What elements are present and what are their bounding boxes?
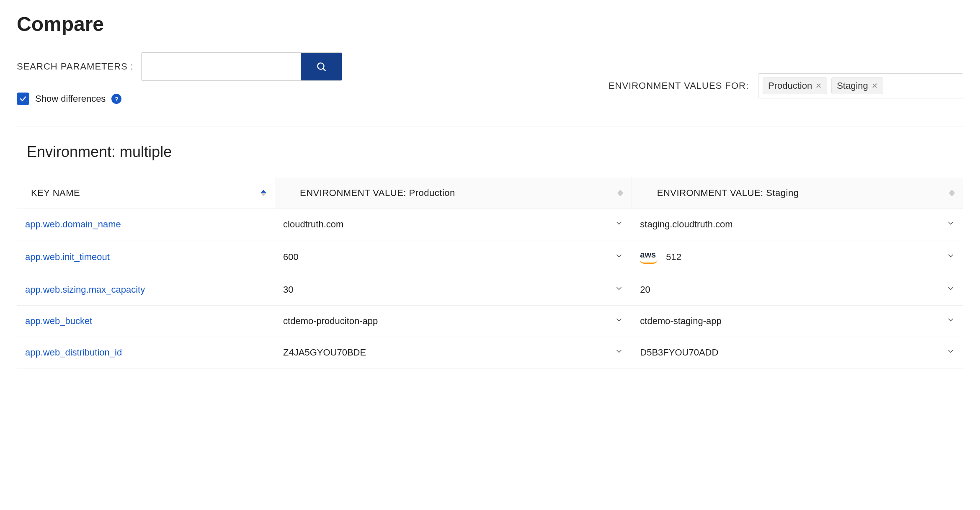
- parameter-link[interactable]: app.web.sizing.max_capacity: [25, 284, 145, 295]
- search-label: SEARCH PARAMETERS :: [17, 61, 134, 72]
- left-controls: SEARCH PARAMETERS : Show differences ?: [17, 52, 592, 105]
- close-icon[interactable]: ✕: [815, 81, 822, 90]
- column-header-env-0[interactable]: ENVIRONMENT VALUE: Production: [275, 178, 632, 209]
- help-icon[interactable]: ?: [111, 94, 121, 104]
- show-diff-checkbox[interactable]: [17, 93, 29, 105]
- sort-icon[interactable]: [260, 190, 266, 196]
- table-row: app.web.init_timeout600aws512: [17, 240, 963, 274]
- value-text: ctdemo-produciton-app: [283, 316, 378, 327]
- env-tag-label: Production: [768, 80, 812, 91]
- value-cell: 30: [275, 274, 632, 306]
- value-cell: cloudtruth.com: [275, 209, 632, 240]
- key-cell: app.web.init_timeout: [17, 240, 275, 274]
- env-tag-label: Staging: [837, 80, 868, 91]
- value-text: staging.cloudtruth.com: [640, 219, 732, 230]
- value-cell: ctdemo-produciton-app: [275, 306, 632, 337]
- chevron-down-icon[interactable]: [615, 316, 623, 327]
- value-text: D5B3FYOU70ADD: [640, 347, 718, 358]
- chevron-down-icon[interactable]: [615, 284, 623, 295]
- sort-icon[interactable]: [949, 190, 955, 196]
- parameter-link[interactable]: app.web.domain_name: [25, 219, 121, 229]
- value-text: 20: [640, 284, 650, 295]
- value-cell: 20: [632, 274, 963, 306]
- value-text: 30: [283, 284, 293, 295]
- section-title: Environment: multiple: [27, 143, 963, 161]
- chevron-down-icon[interactable]: [615, 252, 623, 263]
- env-tag-input[interactable]: Production✕Staging✕: [758, 73, 963, 98]
- column-header-env-1-label: ENVIRONMENT VALUE: Staging: [657, 188, 799, 198]
- value-cell: D5B3FYOU70ADD: [632, 337, 963, 368]
- env-values-label: ENVIRONMENT VALUES FOR:: [609, 80, 749, 91]
- value-text: cloudtruth.com: [283, 219, 343, 230]
- key-cell: app.web_bucket: [17, 306, 275, 337]
- value-text: 600: [283, 252, 299, 263]
- value-text: 512: [666, 252, 681, 263]
- table-row: app.web_distribution_idZ4JA5GYOU70BDED5B…: [17, 337, 963, 368]
- key-cell: app.web_distribution_id: [17, 337, 275, 368]
- chevron-down-icon[interactable]: [946, 316, 955, 327]
- search-row: SEARCH PARAMETERS :: [17, 52, 592, 81]
- table-row: app.web_bucketctdemo-produciton-appctdem…: [17, 306, 963, 337]
- value-text: ctdemo-staging-app: [640, 316, 721, 327]
- compare-table: KEY NAME ENVIRONMENT VALUE: Production E…: [17, 178, 963, 368]
- env-tag-production: Production✕: [763, 77, 827, 94]
- chevron-down-icon[interactable]: [946, 347, 955, 358]
- chevron-down-icon[interactable]: [946, 219, 955, 230]
- chevron-down-icon[interactable]: [946, 284, 955, 295]
- parameter-link[interactable]: app.web_distribution_id: [25, 347, 122, 358]
- show-diff-row: Show differences ?: [17, 93, 592, 105]
- column-header-key[interactable]: KEY NAME: [17, 178, 275, 209]
- svg-line-1: [323, 69, 325, 71]
- key-cell: app.web.domain_name: [17, 209, 275, 240]
- value-cell: Z4JA5GYOU70BDE: [275, 337, 632, 368]
- parameter-link[interactable]: app.web_bucket: [25, 316, 92, 326]
- aws-icon: aws: [640, 250, 658, 264]
- env-tag-staging: Staging✕: [831, 77, 883, 94]
- value-cell: ctdemo-staging-app: [632, 306, 963, 337]
- search-input[interactable]: [142, 53, 301, 80]
- value-cell: staging.cloudtruth.com: [632, 209, 963, 240]
- search-button[interactable]: [301, 53, 342, 80]
- key-cell: app.web.sizing.max_capacity: [17, 274, 275, 306]
- table-row: app.web.sizing.max_capacity3020: [17, 274, 963, 306]
- value-cell: 600: [275, 240, 632, 274]
- value-text: Z4JA5GYOU70BDE: [283, 347, 366, 358]
- sort-icon[interactable]: [617, 190, 623, 196]
- search-box: [141, 52, 342, 81]
- controls-row: SEARCH PARAMETERS : Show differences ?: [17, 52, 963, 105]
- page-title: Compare: [17, 13, 963, 36]
- chevron-down-icon[interactable]: [615, 219, 623, 230]
- right-controls: ENVIRONMENT VALUES FOR: Production✕Stagi…: [609, 52, 963, 98]
- show-diff-label: Show differences: [35, 93, 106, 104]
- value-cell: aws512: [632, 240, 963, 274]
- check-icon: [19, 95, 27, 103]
- chevron-down-icon[interactable]: [946, 252, 955, 263]
- close-icon[interactable]: ✕: [872, 81, 878, 90]
- parameter-link[interactable]: app.web.init_timeout: [25, 252, 110, 262]
- search-icon: [316, 61, 327, 72]
- column-header-env-0-label: ENVIRONMENT VALUE: Production: [300, 188, 455, 198]
- chevron-down-icon[interactable]: [615, 347, 623, 358]
- table-row: app.web.domain_namecloudtruth.comstaging…: [17, 209, 963, 240]
- column-header-key-label: KEY NAME: [31, 188, 80, 198]
- column-header-env-1[interactable]: ENVIRONMENT VALUE: Staging: [632, 178, 963, 209]
- divider: [17, 126, 963, 126]
